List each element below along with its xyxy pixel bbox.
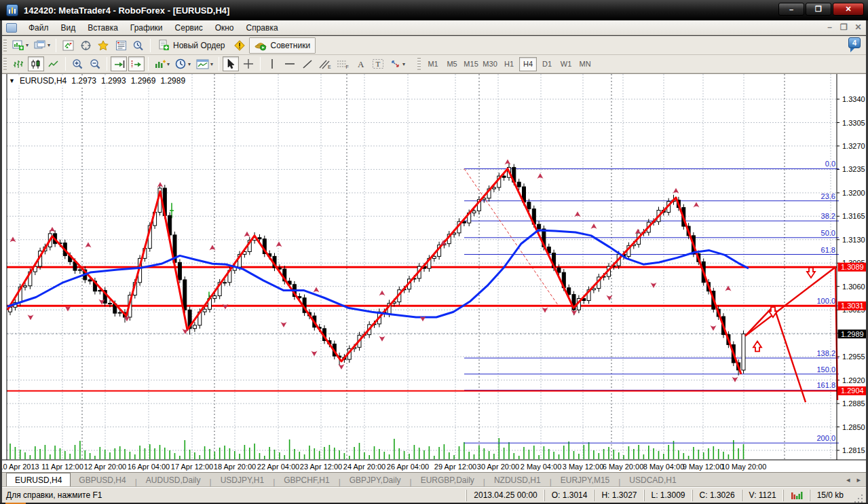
timeframe-W1[interactable]: W1 xyxy=(557,57,575,71)
horizontal-line-tool-button[interactable] xyxy=(282,56,298,71)
chart-tab-EURGBP,Daily[interactable]: EURGBP,Daily xyxy=(413,474,483,487)
vertical-line-tool-button[interactable] xyxy=(264,56,280,71)
svg-text:T: T xyxy=(376,60,381,68)
chart-area[interactable]: ▼ EURUSD,H4 1.2973 1.2993 1.2969 1.2989 … xyxy=(2,73,866,472)
chart-high: 1.2993 xyxy=(101,76,126,86)
minimize-button[interactable]: – xyxy=(778,3,804,16)
status-bar: Для справки, нажмите F1 2013.04.25 00:00… xyxy=(2,487,866,503)
mdi-restore-button[interactable]: ❐ xyxy=(839,22,849,32)
terminal-button[interactable] xyxy=(113,38,129,53)
chart-tab-AUDUSD,Daily[interactable]: AUDUSD,Daily xyxy=(138,474,209,487)
strategy-tester-button[interactable] xyxy=(130,38,147,53)
chart-tab-USDCAD,H1[interactable]: USDCAD,H1 xyxy=(621,474,684,487)
chart-tab-USDJPY,H1[interactable]: USDJPY,H1 xyxy=(212,474,272,487)
new-chart-button[interactable]: ▾ xyxy=(10,38,31,53)
notification-bubble[interactable]: 4 xyxy=(848,37,862,52)
chart-shift-button[interactable] xyxy=(128,56,145,71)
text-label-tool-button[interactable]: T xyxy=(370,56,386,71)
bar-chart-button[interactable] xyxy=(10,56,26,71)
timeframe-H1[interactable]: H1 xyxy=(500,57,518,71)
svg-text:150.0: 150.0 xyxy=(816,365,835,374)
candlestick-chart-button[interactable] xyxy=(28,56,44,71)
timeframe-M15[interactable]: M15 xyxy=(462,57,480,71)
svg-text:2 May 04:00: 2 May 04:00 xyxy=(521,463,562,471)
equidistant-channel-tool-button[interactable]: E xyxy=(317,56,333,71)
svg-text:22 Apr 04:00: 22 Apr 04:00 xyxy=(257,463,299,471)
cursor-tool-button[interactable] xyxy=(223,56,239,71)
periods-button[interactable]: ▾ xyxy=(173,56,193,71)
zoom-in-button[interactable] xyxy=(69,56,86,71)
crosshair-tool-button[interactable] xyxy=(240,56,257,71)
chart-system-icon[interactable] xyxy=(6,23,17,33)
svg-text:200.0: 200.0 xyxy=(816,434,835,442)
mdi-close-button[interactable]: ✕ xyxy=(853,22,863,32)
fibonacci-tool-button[interactable]: F xyxy=(335,56,351,71)
new-order-button[interactable]: Новый Ордер xyxy=(153,37,229,54)
chart-tab-NZDUSD,H1[interactable]: NZDUSD,H1 xyxy=(486,474,549,487)
svg-text:1.2850: 1.2850 xyxy=(842,423,865,431)
toolbar-grip[interactable] xyxy=(3,39,7,52)
mdi-minimize-button[interactable]: – xyxy=(825,22,835,32)
menu-item-Окно[interactable]: Окно xyxy=(209,21,240,35)
svg-text:1.3270: 1.3270 xyxy=(842,142,865,150)
navigator-button[interactable] xyxy=(77,38,94,53)
templates-button[interactable]: ▾ xyxy=(194,56,215,71)
timeframe-M1[interactable]: M1 xyxy=(424,57,442,71)
menu-item-Сервис[interactable]: Сервис xyxy=(169,21,209,35)
favorites-button[interactable] xyxy=(95,38,111,53)
chart-collapse-icon[interactable]: ▼ xyxy=(9,77,15,84)
svg-text:12 Apr 20:00: 12 Apr 20:00 xyxy=(84,463,126,471)
chevron-down-icon: ▾ xyxy=(188,61,191,67)
status-volume: V: 1121 xyxy=(742,490,783,501)
tab-scroll-left-icon[interactable]: ◂ xyxy=(846,475,850,484)
indicators-button[interactable]: ▾ xyxy=(152,56,172,71)
text-tool-button[interactable]: A xyxy=(352,56,369,71)
svg-text:23 Apr 12:00: 23 Apr 12:00 xyxy=(300,463,342,471)
menu-item-Справка[interactable]: Справка xyxy=(240,21,284,35)
chart-tab-GBPUSD,H4[interactable]: GBPUSD,H4 xyxy=(71,474,134,487)
chart-tab-bar: EURUSD,H4GBPUSD,H4|AUDUSD,Daily|USDJPY,H… xyxy=(2,472,866,487)
menu-item-Вставка[interactable]: Вставка xyxy=(81,21,124,35)
toolbar-separator xyxy=(65,57,66,71)
restore-button[interactable]: ❐ xyxy=(806,3,831,16)
expert-advisors-label: Советники xyxy=(271,41,311,50)
chart-tab-GBPCHF,H1[interactable]: GBPCHF,H1 xyxy=(276,474,337,487)
timeframe-MN[interactable]: MN xyxy=(576,57,594,71)
timeframe-M5[interactable]: M5 xyxy=(443,57,461,71)
svg-text:16 Apr 04:00: 16 Apr 04:00 xyxy=(128,463,170,471)
profiles-button[interactable]: ▾ xyxy=(32,38,52,53)
timeframe-D1[interactable]: D1 xyxy=(538,57,556,71)
market-watch-button[interactable] xyxy=(60,38,76,53)
menu-item-Файл[interactable]: Файл xyxy=(22,21,55,35)
status-help-text: Для справки, нажмите F1 xyxy=(2,490,102,500)
price-chart[interactable]: 1.33401.33051.32701.32351.32001.31651.31… xyxy=(2,74,866,473)
resize-grip[interactable] xyxy=(854,493,864,503)
zoom-out-button[interactable] xyxy=(87,56,103,71)
menu-bar: ФайлВидВставкаГрафикиСервисОкноСправка –… xyxy=(2,20,866,35)
toolbar-grip[interactable] xyxy=(3,58,7,70)
svg-text:26 Apr 04:00: 26 Apr 04:00 xyxy=(387,463,429,471)
menu-item-Графики[interactable]: Графики xyxy=(124,21,169,35)
svg-text:138.2: 138.2 xyxy=(816,349,835,357)
close-button[interactable]: ✕ xyxy=(833,3,864,16)
line-chart-button[interactable] xyxy=(45,56,62,71)
trendline-tool-button[interactable] xyxy=(299,56,316,71)
chart-tab-GBPJPY,Daily[interactable]: GBPJPY,Daily xyxy=(341,474,409,487)
toolbar-grip[interactable] xyxy=(417,58,421,70)
title-bar[interactable]: 142420: MetaTrader4 - RoboForex - [EURUS… xyxy=(0,0,868,20)
expert-advisors-button[interactable]: Советники xyxy=(249,37,316,54)
arrows-tool-button[interactable]: ▾ xyxy=(388,56,407,71)
svg-text:1.2815: 1.2815 xyxy=(842,446,865,454)
chevron-down-icon: ▾ xyxy=(26,42,29,48)
chart-tab-EURUSD,H4[interactable]: EURUSD,H4 xyxy=(6,473,71,487)
menu-item-Вид[interactable]: Вид xyxy=(55,21,82,35)
tab-scroll-right-icon[interactable]: ▸ xyxy=(856,475,861,484)
chevron-down-icon: ▾ xyxy=(210,61,213,67)
toolbar-separator xyxy=(260,57,261,71)
timeframe-H4[interactable]: H4 xyxy=(519,57,537,71)
timeframe-M30[interactable]: M30 xyxy=(481,57,499,71)
auto-scroll-button[interactable] xyxy=(111,56,127,71)
svg-text:1.3031: 1.3031 xyxy=(841,302,864,310)
chart-tab-EURJPY,M15[interactable]: EURJPY,M15 xyxy=(552,474,618,487)
alert-icon[interactable] xyxy=(231,38,248,53)
